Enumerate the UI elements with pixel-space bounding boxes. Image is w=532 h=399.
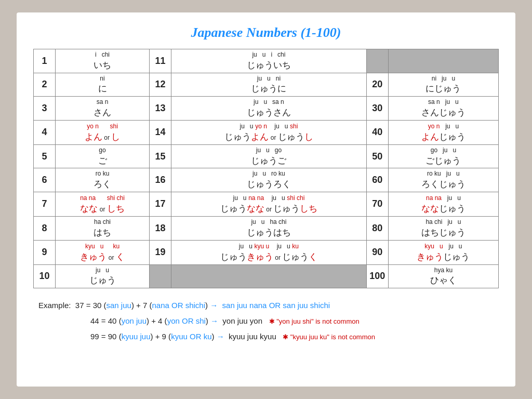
number-cell: 15	[150, 144, 171, 168]
example-text: )	[206, 316, 210, 325]
content-cell: ni に	[56, 73, 150, 97]
content-cell: na na ju u ななじゅう	[388, 192, 498, 216]
example-highlight: nana OR shichi	[152, 301, 205, 310]
example-highlight: yon juu	[122, 316, 147, 325]
number-cell: 12	[150, 73, 171, 97]
number-cell: 30	[366, 97, 388, 121]
content-cell: yo n shi よん or し	[56, 120, 150, 144]
arrow-icon: →	[217, 332, 224, 341]
table-row: 7 na na shi chi なな or しち 17	[34, 192, 499, 216]
content-cell: na na shi chi なな or しち	[56, 192, 150, 216]
content-cell: ju u kyu u ju u ku じゅうきゅう or じゅうく	[171, 240, 367, 264]
empty-cell	[388, 49, 498, 73]
content-cell: i chi いち	[56, 49, 150, 73]
examples-section: Example: 37 = 30 (san juu) + 7 (nana OR …	[33, 298, 499, 344]
content-cell: hya ku ひゃく	[388, 264, 498, 288]
number-cell: 7	[34, 192, 56, 216]
content-cell: sa n ju u さんじゅう	[388, 97, 498, 121]
number-cell: 4	[34, 120, 56, 144]
content-cell: ju u i chi じゅういち	[171, 49, 367, 73]
table-row: 1 i chi いち 11 ju u i chi じゅういち	[34, 49, 499, 73]
content-cell: ju u go じゅうご	[171, 144, 367, 168]
example-highlight: yon OR shi	[167, 316, 206, 325]
number-cell: 70	[366, 192, 388, 216]
content-cell: go ご	[56, 144, 150, 168]
content-cell: ju u ha chi じゅうはち	[171, 216, 367, 240]
example-text: ) + 7 (	[131, 301, 152, 310]
number-cell: 3	[34, 97, 56, 121]
page-title: Japanese Numbers (1-100)	[33, 25, 499, 41]
content-cell: ha chi はち	[56, 216, 150, 240]
number-cell: 9	[34, 240, 56, 264]
number-cell: 14	[150, 120, 171, 144]
number-cell: 10	[34, 264, 56, 288]
main-card: Japanese Numbers (1-100) 1 i chi いち 11 j…	[17, 12, 515, 387]
example-text: )	[205, 301, 210, 310]
content-cell: go ju u ごじゅう	[388, 144, 498, 168]
content-cell: ju u ro ku じゅうろく	[171, 168, 367, 192]
number-cell: 100	[366, 264, 388, 288]
number-cell: 19	[150, 240, 171, 264]
number-cell: 16	[150, 168, 171, 192]
number-cell: 13	[150, 97, 171, 121]
number-cell: 17	[150, 192, 171, 216]
example-row-1: Example: 37 = 30 (san juu) + 7 (nana OR …	[38, 298, 499, 313]
number-cell: 1	[34, 49, 56, 73]
content-cell: ro ku ろく	[56, 168, 150, 192]
number-cell: 90	[366, 240, 388, 264]
number-cell: 5	[34, 144, 56, 168]
content-cell: sa n さん	[56, 97, 150, 121]
content-cell: ju u ni じゅうに	[171, 73, 367, 97]
example-text: yon juu yon	[218, 316, 269, 325]
number-cell	[150, 264, 171, 288]
table-row: 9 kyu u ku きゅう or く 19	[34, 240, 499, 264]
numbers-table: 1 i chi いち 11 ju u i chi じゅういち 2 ni	[33, 49, 499, 288]
table-row: 3 sa n さん 13 ju u sa n じゅうさん 30 sa n ju …	[34, 97, 499, 121]
example-text: ) + 9 (	[151, 332, 171, 341]
content-cell: yo n ju u よんじゅう	[388, 120, 498, 144]
number-cell: 40	[366, 120, 388, 144]
content-cell: ro ku ju u ろくじゅう	[388, 168, 498, 192]
content-cell	[171, 264, 367, 288]
number-cell: 18	[150, 216, 171, 240]
example-text: 99 = 90 (	[90, 332, 122, 341]
number-cell: 60	[366, 168, 388, 192]
example-text: )	[212, 332, 217, 341]
example-row-2: 44 = 40 (yon juu) + 4 (yon OR shi) → yon…	[38, 313, 499, 329]
table-row: 8 ha chi はち 18 ju u ha chi じゅうはち 80 ha c…	[34, 216, 499, 240]
table-row: 4 yo n shi よん or し 14	[34, 120, 499, 144]
example-text: 44 = 40 (	[90, 316, 122, 325]
example-row-3: 99 = 90 (kyuu juu) + 9 (kyuu OR ku) → ky…	[38, 329, 499, 344]
example-text: Example: 37 = 30 (	[38, 301, 107, 310]
arrow-icon: →	[210, 301, 218, 310]
table-row: 10 ju u じゅう 100 hya ku ひゃく	[34, 264, 499, 288]
number-cell: 80	[366, 216, 388, 240]
example-highlight: kyuu OR ku	[171, 332, 211, 341]
content-cell: ju u sa n じゅうさん	[171, 97, 367, 121]
example-highlight: san juu	[107, 301, 131, 310]
table-row: 2 ni に 12 ju u ni じゅうに 20 ni ju u にじゅう	[34, 73, 499, 97]
example-highlight: kyuu juu	[122, 332, 151, 341]
content-cell: ha chi ju u はちじゅう	[388, 216, 498, 240]
example-result: san juu nana OR san juu shichi	[218, 301, 330, 310]
empty-cell	[366, 49, 388, 73]
content-cell: kyu u ku きゅう or く	[56, 240, 150, 264]
example-text: ) + 4 (	[147, 316, 167, 325]
number-cell: 50	[366, 144, 388, 168]
number-cell: 8	[34, 216, 56, 240]
arrow-icon: →	[210, 316, 218, 325]
table-row: 5 go ご 15 ju u go じゅうご 50 go ju u ごじゅう	[34, 144, 499, 168]
number-cell: 20	[366, 73, 388, 97]
content-cell: ju u じゅう	[56, 264, 150, 288]
number-cell: 2	[34, 73, 56, 97]
example-text: kyuu juu kyuu	[224, 332, 283, 341]
content-cell: ju u na na ju u shi chi じゅうなな or じゅうしち	[171, 192, 367, 216]
content-cell: ni ju u にじゅう	[388, 73, 498, 97]
content-cell: kyu u ju u きゅうじゅう	[388, 240, 498, 264]
note-text: ✱ "kyuu juu ku" is not common	[283, 333, 375, 341]
content-cell: ju u yo n ju u shi じゅうよん or じゅうし	[171, 120, 367, 144]
table-row: 6 ro ku ろく 16 ju u ro ku じゅうろく 60 ro ku …	[34, 168, 499, 192]
note-text: ✱ "yon juu shi" is not common	[269, 317, 360, 325]
number-cell: 11	[150, 49, 171, 73]
number-cell: 6	[34, 168, 56, 192]
